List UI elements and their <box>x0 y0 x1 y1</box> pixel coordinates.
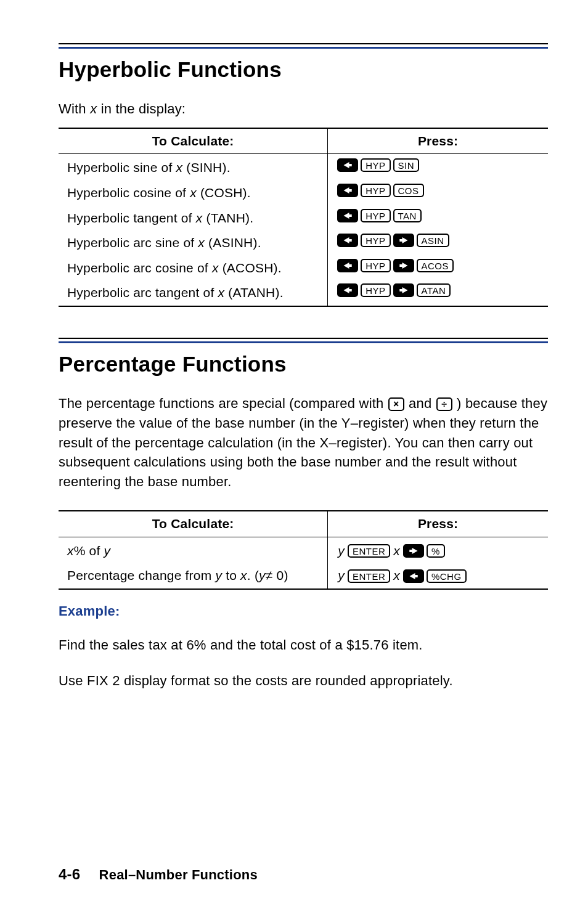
th-calculate: To Calculate: <box>59 128 328 154</box>
th-press: Press: <box>328 511 548 537</box>
right-shift-key-icon <box>393 259 414 272</box>
left-shift-key-icon <box>403 569 424 583</box>
sin-key: SIN <box>393 158 420 172</box>
hyperbolic-table: To Calculate: Press: Hyperbolic sine of … <box>59 128 548 307</box>
table-cell-calc: Hyperbolic arc cosine of x (ACOSH). <box>59 256 328 281</box>
section-heading-percentage: Percentage Functions <box>59 352 548 377</box>
hyp-key: HYP <box>361 283 390 297</box>
table-cell-calc: Hyperbolic arc tangent of x (ATANH). <box>59 280 328 306</box>
left-shift-key-icon <box>337 209 358 222</box>
percentage-table: To Calculate: Press: x% of yy ENTER x %P… <box>59 510 548 590</box>
page-footer: 4-6 Real–Number Functions <box>59 866 258 883</box>
table-cell-keys: HYP ATAN <box>328 280 548 306</box>
example-label: Example: <box>59 603 548 619</box>
hyp-key: HYP <box>361 158 390 172</box>
example-line-1: Find the sales tax at 6% and the total c… <box>59 635 548 655</box>
%chg-key: %CHG <box>427 569 467 583</box>
table-cell-keys: y ENTER x % <box>328 537 548 563</box>
multiply-key-icon: × <box>388 397 404 411</box>
right-shift-key-icon <box>393 283 414 297</box>
hyp-key: HYP <box>361 259 390 272</box>
atan-key: ATAN <box>417 283 451 297</box>
hyp-key: HYP <box>361 234 390 247</box>
table-cell-keys: y ENTER x %CHG <box>328 563 548 589</box>
left-shift-key-icon <box>337 234 358 247</box>
table-cell-keys: HYP ACOS <box>328 256 548 281</box>
divide-key-icon: ÷ <box>436 397 452 411</box>
txt: and <box>405 396 436 411</box>
right-shift-key-icon <box>393 234 414 247</box>
enter-key: ENTER <box>348 569 390 583</box>
left-shift-key-icon <box>337 283 358 297</box>
table-cell-calc: Hyperbolic cosine of x (COSH). <box>59 181 328 206</box>
table-cell-calc: Hyperbolic arc sine of x (ASINH). <box>59 230 328 256</box>
acos-key: ACOS <box>417 259 454 272</box>
table-cell-calc: Hyperbolic tangent of x (TANH). <box>59 206 328 231</box>
hyperbolic-lead: With x in the display: <box>59 99 548 119</box>
table-cell-keys: HYP COS <box>328 181 548 206</box>
left-shift-key-icon <box>337 158 358 172</box>
page-number: 4-6 <box>59 866 80 882</box>
table-cell-keys: HYP TAN <box>328 206 548 231</box>
tan-key: TAN <box>393 209 422 222</box>
section-heading-hyperbolic: Hyperbolic Functions <box>59 57 548 82</box>
%-key: % <box>427 544 445 558</box>
enter-key: ENTER <box>348 544 390 558</box>
percentage-paragraph: The percentage functions are special (co… <box>59 394 548 492</box>
txt: The percentage functions are special (co… <box>59 396 388 411</box>
cos-key: COS <box>393 184 424 197</box>
right-shift-key-icon <box>403 544 424 558</box>
table-cell-calc: x% of y <box>59 537 328 563</box>
th-press: Press: <box>328 128 548 154</box>
example-line-2: Use FIX 2 display format so the costs ar… <box>59 671 548 691</box>
hyp-key: HYP <box>361 209 390 222</box>
table-cell-keys: HYP ASIN <box>328 230 548 256</box>
var-x: x <box>90 101 97 116</box>
th-calculate: To Calculate: <box>59 511 328 537</box>
chapter-title: Real–Number Functions <box>99 867 258 882</box>
table-cell-calc: Percentage change from y to x. (y≠ 0) <box>59 563 328 589</box>
txt: With <box>59 101 90 116</box>
left-shift-key-icon <box>337 259 358 272</box>
table-cell-keys: HYP SIN <box>328 154 548 181</box>
asin-key: ASIN <box>417 234 449 247</box>
hyp-key: HYP <box>361 184 390 197</box>
table-cell-calc: Hyperbolic sine of x (SINH). <box>59 154 328 181</box>
left-shift-key-icon <box>337 184 358 197</box>
txt: in the display: <box>97 101 186 116</box>
